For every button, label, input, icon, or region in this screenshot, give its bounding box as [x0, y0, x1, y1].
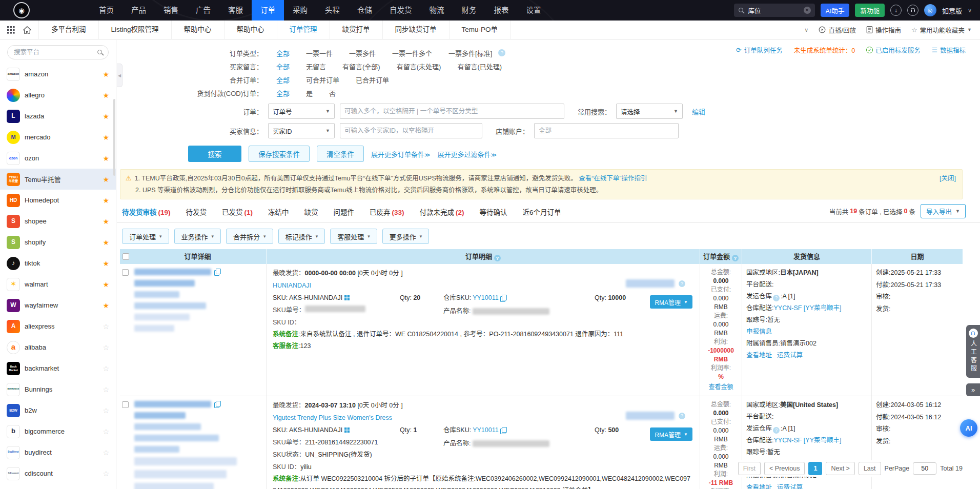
- copy-icon[interactable]: [500, 427, 506, 434]
- status-tab-等待确认[interactable]: 等待确认: [480, 207, 507, 222]
- filter-option-全部[interactable]: 全部: [276, 62, 290, 71]
- workspace-tab-帮助中心[interactable]: 帮助中心: [172, 21, 224, 39]
- filter-option-有留言(已处理)[interactable]: 有留言(已处理): [457, 62, 502, 71]
- filter-option-一票一件[interactable]: 一票一件: [306, 48, 333, 58]
- platform-search-input[interactable]: [13, 48, 94, 56]
- favorite-star-icon[interactable]: ☆: [103, 364, 109, 373]
- filter-option-是[interactable]: 是: [306, 88, 313, 98]
- status-tab-待发货审核[interactable]: 待发货审核(19): [122, 207, 171, 222]
- online-order-guide-link[interactable]: 查看“在线下单”操作指引: [579, 175, 647, 182]
- favorite-star-icon[interactable]: ☆: [103, 449, 109, 457]
- menu-item-客服[interactable]: 客服: [219, 0, 252, 21]
- favorite-star-icon[interactable]: ★: [103, 301, 109, 310]
- favorite-star-icon[interactable]: ★: [103, 238, 109, 247]
- menu-item-首页[interactable]: 首页: [90, 0, 122, 21]
- action-button-标记操作[interactable]: 标记操作▾: [278, 229, 325, 244]
- help-icon[interactable]: ?: [773, 427, 780, 434]
- clear-search-icon[interactable]: ✕: [804, 7, 811, 14]
- ai-fab-button[interactable]: AI: [960, 419, 977, 437]
- download-icon[interactable]: ↓: [890, 5, 902, 16]
- favorite-star-icon[interactable]: ★: [103, 259, 109, 268]
- new-feature-button[interactable]: 新功能: [855, 4, 885, 17]
- favorite-star-icon[interactable]: ★: [103, 91, 109, 99]
- status-tab-问题件[interactable]: 问题件: [334, 207, 355, 222]
- platform-item-lazada[interactable]: Llazada★: [0, 106, 116, 127]
- ai-assistant-button[interactable]: AI助手: [821, 4, 850, 17]
- filter-option-有留言(全部)[interactable]: 有留言(全部): [342, 62, 380, 71]
- warehouse-sku-link[interactable]: YY10011: [473, 424, 499, 436]
- favorite-star-icon[interactable]: ☆: [103, 427, 109, 436]
- favorite-star-icon[interactable]: ★: [103, 133, 109, 141]
- favorite-star-icon[interactable]: ☆: [103, 470, 109, 478]
- prev-page-button[interactable]: < Previous: [764, 462, 805, 475]
- collapse-tabs-icon[interactable]: ∨: [804, 27, 808, 33]
- menu-item-采购[interactable]: 采购: [284, 0, 316, 21]
- platform-item-shopify[interactable]: Sshopify★: [0, 232, 116, 253]
- platform-item-tiktok[interactable]: ♪tiktok★: [0, 253, 116, 274]
- ship-link[interactable]: 查看地址: [746, 484, 772, 489]
- favorite-star-icon[interactable]: ★: [103, 70, 109, 78]
- ship-link[interactable]: YYCN-SF [YY菜鸟顺丰]: [773, 304, 841, 312]
- action-button-订单处理[interactable]: 订单处理▾: [122, 229, 169, 244]
- platform-item-Temu半托管[interactable]: TEMU 半托管Temu半托管★: [0, 169, 116, 190]
- favorites-menu[interactable]: ☆ 常用功能收藏夹 ▼: [911, 25, 972, 35]
- buyer-type-select[interactable]: 买家ID▼: [268, 123, 335, 138]
- workspace-tab-多平台利润[interactable]: 多平台利润: [38, 21, 99, 39]
- buyer-id-input[interactable]: [340, 123, 482, 138]
- workspace-tab-帮助中心[interactable]: 帮助中心: [224, 21, 277, 39]
- version-label[interactable]: 如意版: [942, 6, 962, 15]
- filter-option-有留言(未处理)[interactable]: 有留言(未处理): [397, 62, 441, 71]
- rma-manage-button[interactable]: RMA管理▼: [650, 427, 692, 441]
- unmade-orders-stat[interactable]: 未生成系统单统计：0: [794, 45, 855, 55]
- sidebar-scrollbar[interactable]: [113, 99, 115, 176]
- platform-item-alibaba[interactable]: aalibaba☆: [0, 337, 116, 358]
- select-all-checkbox[interactable]: [122, 253, 129, 260]
- common-search-select[interactable]: 请选择▼: [616, 104, 683, 119]
- filter-option-全部[interactable]: 全部: [276, 88, 290, 98]
- sidebar-collapse-handle[interactable]: ◀: [117, 64, 122, 87]
- platform-item-aliexpress[interactable]: Aaliexpress☆: [0, 316, 116, 337]
- store-account-input[interactable]: [534, 123, 679, 138]
- ship-link[interactable]: YYCN-SF [YY菜鸟顺丰]: [773, 437, 841, 444]
- filter-option-全部[interactable]: 全部: [276, 48, 290, 58]
- platform-item-b2w[interactable]: B2Wb2w☆: [0, 400, 116, 421]
- filter-option-一票一件多个[interactable]: 一票一件多个: [392, 48, 432, 58]
- help-icon[interactable]: ?: [498, 49, 505, 56]
- platform-item-wayfairnew[interactable]: Wwayfairnew★: [0, 295, 116, 316]
- favorite-star-icon[interactable]: ★: [103, 280, 109, 289]
- platform-item-shopee[interactable]: Sshopee★: [0, 211, 116, 232]
- platform-item-amazon[interactable]: amazonamazon★: [0, 64, 116, 85]
- favorite-star-icon[interactable]: ★: [103, 217, 109, 226]
- filter-option-无留言[interactable]: 无留言: [306, 62, 326, 71]
- platform-item-buydirect[interactable]: BuyDirectbuydirect☆: [0, 442, 116, 463]
- platform-item-backmarket[interactable]: Back Marketbackmarket☆: [0, 358, 116, 379]
- perpage-input[interactable]: [913, 462, 936, 475]
- data-metrics-link[interactable]: ☰数据指标: [932, 45, 966, 55]
- save-search-button[interactable]: 保存搜索条件: [249, 146, 310, 162]
- status-tab-缺货[interactable]: 缺货: [304, 207, 318, 222]
- action-button-客服处理[interactable]: 客服处理▾: [330, 229, 377, 244]
- platform-item-allegro[interactable]: allegro★: [0, 85, 116, 106]
- status-tab-待发货[interactable]: 待发货: [186, 207, 207, 222]
- human-service-tab[interactable]: 人工客服: [966, 325, 980, 378]
- variation-icon[interactable]: [344, 295, 350, 300]
- filter-option-否[interactable]: 否: [329, 88, 336, 98]
- status-tab-付款未完成[interactable]: 付款未完成(2): [420, 207, 464, 222]
- rma-manage-button[interactable]: RMA管理▼: [650, 295, 692, 309]
- operation-guide-link[interactable]: 操作指南: [866, 25, 901, 35]
- filter-option-已合并订单[interactable]: 已合并订单: [356, 75, 389, 85]
- menu-item-财务[interactable]: 财务: [453, 0, 485, 21]
- favorite-star-icon[interactable]: ★: [103, 154, 109, 162]
- status-tab-近6个月订单[interactable]: 近6个月订单: [523, 207, 561, 222]
- order-queue-link[interactable]: ⟳订单队列任务: [736, 45, 783, 55]
- more-order-conditions-link[interactable]: 展开更多订单条件≫: [371, 149, 431, 159]
- ship-link[interactable]: 运费试算: [777, 352, 803, 359]
- action-button-合并拆分[interactable]: 合并拆分▾: [226, 229, 273, 244]
- action-button-更多操作[interactable]: 更多操作▾: [382, 229, 430, 244]
- workspace-tab-缺货打单[interactable]: 缺货打单: [330, 21, 383, 39]
- favorite-star-icon[interactable]: ☆: [103, 406, 109, 415]
- filter-option-全部[interactable]: 全部: [276, 75, 290, 85]
- menu-item-广告[interactable]: 广告: [187, 0, 219, 21]
- ship-link[interactable]: 运费试算: [777, 484, 803, 489]
- search-button[interactable]: 搜索: [188, 146, 241, 162]
